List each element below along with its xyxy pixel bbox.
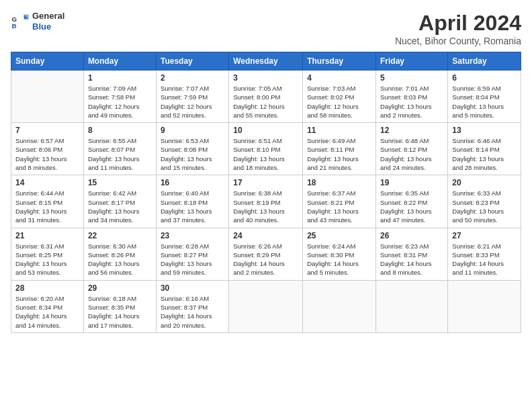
sunset-text: Sunset: 8:02 PM — [307, 93, 371, 101]
sunset-text: Sunset: 8:11 PM — [307, 145, 371, 154]
day-info: Sunrise: 6:51 AMSunset: 8:10 PMDaylight:… — [233, 136, 298, 172]
calendar-day — [376, 280, 448, 332]
sunset-text: Sunset: 8:34 PM — [15, 303, 79, 312]
sunset-text: Sunset: 8:27 PM — [161, 250, 224, 259]
day-info: Sunrise: 6:38 AMSunset: 8:19 PMDaylight:… — [233, 189, 298, 224]
daylight-text-cont: and 56 minutes. — [88, 268, 152, 277]
day-info: Sunrise: 6:21 AMSunset: 8:33 PMDaylight:… — [452, 242, 517, 277]
calendar-day: 18Sunrise: 6:37 AMSunset: 8:21 PMDayligh… — [303, 175, 376, 228]
sunset-text: Sunset: 7:58 PM — [88, 93, 152, 101]
day-number: 25 — [307, 231, 371, 240]
daylight-text: Daylight: 13 hours — [380, 154, 443, 163]
daylight-text: Daylight: 14 hours — [88, 312, 152, 320]
daylight-text-cont: and 40 minutes. — [233, 216, 298, 224]
daylight-text: Daylight: 13 hours — [380, 102, 443, 111]
daylight-text: Daylight: 12 hours — [233, 102, 298, 111]
calendar-day: 15Sunrise: 6:42 AMSunset: 8:17 PMDayligh… — [83, 175, 156, 228]
daylight-text: Daylight: 13 hours — [88, 207, 152, 216]
daylight-text-cont: and 5 minutes. — [452, 111, 517, 120]
daylight-text: Daylight: 12 hours — [88, 102, 152, 111]
day-info: Sunrise: 7:01 AMSunset: 8:03 PMDaylight:… — [380, 84, 443, 120]
column-header-saturday: Saturday — [448, 52, 521, 71]
daylight-text-cont: and 55 minutes. — [233, 111, 298, 120]
day-number: 13 — [452, 126, 517, 135]
daylight-text: Daylight: 13 hours — [161, 207, 224, 216]
daylight-text: Daylight: 12 hours — [161, 102, 224, 111]
day-number: 28 — [15, 283, 79, 293]
calendar-day: 1Sunrise: 7:09 AMSunset: 7:58 PMDaylight… — [83, 71, 156, 123]
column-header-thursday: Thursday — [303, 52, 376, 71]
sunset-text: Sunset: 8:30 PM — [307, 250, 371, 259]
logo-blue-text: Blue — [32, 21, 64, 32]
sunset-text: Sunset: 8:29 PM — [233, 250, 298, 259]
day-info: Sunrise: 6:23 AMSunset: 8:31 PMDaylight:… — [380, 242, 443, 277]
sunrise-text: Sunrise: 6:55 AM — [88, 136, 152, 145]
calendar-week-1: 1Sunrise: 7:09 AMSunset: 7:58 PMDaylight… — [11, 71, 521, 123]
sunrise-text: Sunrise: 6:23 AM — [380, 242, 443, 250]
day-number: 16 — [161, 178, 224, 187]
day-number: 1 — [88, 73, 152, 83]
daylight-text: Daylight: 13 hours — [15, 207, 79, 216]
column-header-sunday: Sunday — [11, 52, 84, 71]
sunrise-text: Sunrise: 6:40 AM — [161, 189, 224, 197]
daylight-text-cont: and 20 minutes. — [161, 321, 224, 330]
sunrise-text: Sunrise: 6:31 AM — [15, 242, 79, 250]
day-number: 22 — [88, 231, 152, 240]
daylight-text: Daylight: 14 hours — [15, 312, 79, 320]
column-header-monday: Monday — [83, 52, 156, 71]
sunrise-text: Sunrise: 6:49 AM — [307, 136, 371, 145]
calendar-day: 28Sunrise: 6:20 AMSunset: 8:34 PMDayligh… — [11, 280, 84, 332]
sunrise-text: Sunrise: 6:21 AM — [452, 242, 517, 250]
month-title: April 2024 — [395, 11, 521, 36]
day-info: Sunrise: 6:30 AMSunset: 8:26 PMDaylight:… — [88, 242, 152, 277]
sunrise-text: Sunrise: 6:44 AM — [15, 189, 79, 197]
day-number: 14 — [15, 178, 79, 187]
daylight-text-cont: and 21 minutes. — [307, 163, 371, 172]
day-info: Sunrise: 6:16 AMSunset: 8:37 PMDaylight:… — [161, 294, 224, 330]
day-number: 23 — [161, 231, 224, 240]
day-info: Sunrise: 7:03 AMSunset: 8:02 PMDaylight:… — [307, 84, 371, 120]
day-number: 21 — [15, 231, 79, 240]
day-info: Sunrise: 6:55 AMSunset: 8:07 PMDaylight:… — [88, 136, 152, 172]
sunset-text: Sunset: 8:22 PM — [380, 198, 443, 207]
day-info: Sunrise: 6:20 AMSunset: 8:34 PMDaylight:… — [15, 294, 79, 330]
daylight-text-cont: and 31 minutes. — [15, 216, 79, 224]
day-info: Sunrise: 6:28 AMSunset: 8:27 PMDaylight:… — [161, 242, 224, 277]
daylight-text-cont: and 59 minutes. — [161, 268, 224, 277]
daylight-text-cont: and 14 minutes. — [15, 321, 79, 330]
daylight-text-cont: and 37 minutes. — [161, 216, 224, 224]
sunset-text: Sunset: 8:19 PM — [233, 198, 298, 207]
day-info: Sunrise: 6:49 AMSunset: 8:11 PMDaylight:… — [307, 136, 371, 172]
calendar-header-row: SundayMondayTuesdayWednesdayThursdayFrid… — [11, 52, 521, 71]
sunrise-text: Sunrise: 6:18 AM — [88, 294, 152, 303]
daylight-text-cont: and 28 minutes. — [452, 163, 517, 172]
sunset-text: Sunset: 8:26 PM — [88, 250, 152, 259]
daylight-text: Daylight: 13 hours — [88, 259, 152, 268]
calendar-table: SundayMondayTuesdayWednesdayThursdayFrid… — [11, 52, 521, 333]
daylight-text: Daylight: 14 hours — [452, 259, 517, 268]
day-number: 18 — [307, 178, 371, 187]
calendar-day — [448, 280, 521, 332]
daylight-text: Daylight: 13 hours — [233, 207, 298, 216]
daylight-text-cont: and 18 minutes. — [233, 163, 298, 172]
calendar-day: 14Sunrise: 6:44 AMSunset: 8:15 PMDayligh… — [11, 175, 84, 228]
day-info: Sunrise: 6:33 AMSunset: 8:23 PMDaylight:… — [452, 189, 517, 224]
daylight-text: Daylight: 13 hours — [307, 207, 371, 216]
daylight-text-cont: and 24 minutes. — [380, 163, 443, 172]
sunrise-text: Sunrise: 6:57 AM — [15, 136, 79, 145]
day-number: 5 — [380, 73, 443, 83]
sunrise-text: Sunrise: 7:03 AM — [307, 84, 371, 93]
sunrise-text: Sunrise: 6:59 AM — [452, 84, 517, 93]
daylight-text-cont: and 34 minutes. — [88, 216, 152, 224]
daylight-text-cont: and 47 minutes. — [380, 216, 443, 224]
day-number: 26 — [380, 231, 443, 240]
day-number: 29 — [88, 283, 152, 293]
daylight-text-cont: and 8 minutes. — [15, 163, 79, 172]
day-info: Sunrise: 6:24 AMSunset: 8:30 PMDaylight:… — [307, 242, 371, 277]
sunrise-text: Sunrise: 6:16 AM — [161, 294, 224, 303]
calendar-week-3: 14Sunrise: 6:44 AMSunset: 8:15 PMDayligh… — [11, 175, 521, 228]
day-info: Sunrise: 6:18 AMSunset: 8:35 PMDaylight:… — [88, 294, 152, 330]
day-number: 7 — [15, 126, 79, 135]
calendar-day: 10Sunrise: 6:51 AMSunset: 8:10 PMDayligh… — [229, 123, 303, 175]
calendar-day: 5Sunrise: 7:01 AMSunset: 8:03 PMDaylight… — [376, 71, 448, 123]
